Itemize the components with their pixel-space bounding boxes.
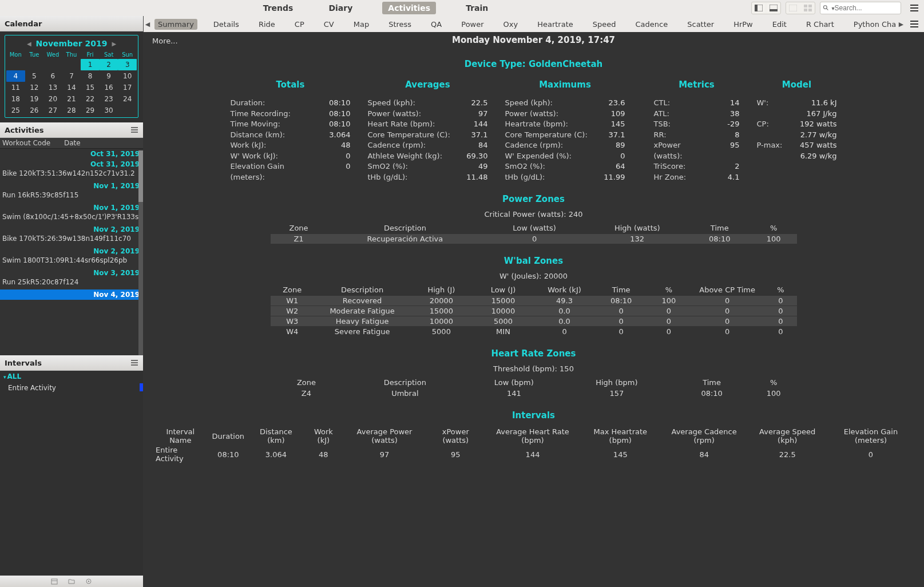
calendar-day[interactable]: 21	[62, 93, 81, 105]
activity-date[interactable]: Oct 31, 2019	[0, 159, 143, 169]
activity-desc[interactable]: Bike 120kT3:51:36w142n152c71v31.2	[0, 169, 143, 181]
search-input[interactable]	[835, 4, 901, 12]
calendar-day[interactable]: 11	[6, 82, 25, 93]
main-tab-diary[interactable]: Diary	[323, 2, 358, 14]
interval-item[interactable]: Entire Activity	[0, 382, 143, 394]
chart-tab-hrpw[interactable]: HrPw	[730, 19, 756, 30]
chart-tab-heartrate[interactable]: Heartrate	[534, 19, 577, 30]
chart-tab-details[interactable]: Details	[210, 19, 243, 30]
stat-row: Speed (kph):23.6	[505, 98, 625, 109]
table-cell: 5000	[472, 316, 534, 326]
calendar-day[interactable]: 27	[43, 105, 62, 116]
activity-date[interactable]: Nov 1, 2019	[0, 203, 143, 213]
charttabs-scroll-left[interactable]: ◀	[143, 21, 152, 28]
svg-rect-23	[51, 579, 57, 584]
calendar-day[interactable]: 16	[100, 82, 118, 93]
calendar-day[interactable]: 4	[6, 70, 25, 82]
main-tab-trends[interactable]: Trends	[257, 2, 299, 14]
calendar-day[interactable]: 17	[118, 82, 137, 93]
activity-date[interactable]: Nov 2, 2019	[0, 224, 143, 235]
calendar-icon[interactable]	[51, 578, 58, 585]
activities-head-date[interactable]: Date	[64, 139, 81, 147]
activities-scroll-thumb[interactable]	[138, 150, 143, 202]
calendar-day[interactable]: 24	[118, 93, 137, 105]
activities-menu-icon[interactable]	[130, 126, 138, 134]
calendar-day[interactable]: 1	[81, 59, 100, 70]
calendar-day[interactable]: 14	[62, 82, 81, 93]
calendar-day[interactable]: 5	[25, 70, 44, 82]
table-header: Average Cadence (rpm)	[660, 426, 748, 446]
calendar-day[interactable]: 28	[62, 105, 81, 116]
calendar-day[interactable]: 12	[25, 82, 44, 93]
calendar-day[interactable]: 29	[81, 105, 100, 116]
stat-row: TriScore:2	[654, 161, 740, 172]
calendar-day[interactable]: 7	[62, 70, 81, 82]
chart-tab-stress[interactable]: Stress	[385, 19, 415, 30]
bottombar-toggle-button[interactable]	[767, 3, 780, 13]
chart-tab-edit[interactable]: Edit	[769, 19, 790, 30]
activity-desc[interactable]: Swim 1800T31:09R1:44sr66spl26pb	[0, 256, 143, 268]
activity-desc[interactable]: Bike 170kT5:26:39w138n149f111c70	[0, 235, 143, 246]
tabbed-view-button[interactable]	[802, 3, 814, 13]
chart-tab-map[interactable]: Map	[350, 19, 372, 30]
chart-tab-cp[interactable]: CP	[291, 19, 308, 30]
stat-label: Hr Zone:	[654, 172, 687, 183]
chart-tab-ride[interactable]: Ride	[255, 19, 279, 30]
calendar-day[interactable]: 8	[81, 70, 100, 82]
chart-tab-cv[interactable]: CV	[320, 19, 338, 30]
chart-tab-r-chart[interactable]: R Chart	[803, 19, 838, 30]
app-menu-icon[interactable]	[909, 3, 919, 13]
calendar-day[interactable]: 13	[43, 82, 62, 93]
activity-date[interactable]: Nov 1, 2019	[0, 181, 143, 191]
chart-tab-speed[interactable]: Speed	[589, 19, 620, 30]
calendar-day[interactable]: 15	[81, 82, 100, 93]
chart-tab-summary[interactable]: Summary	[154, 19, 197, 30]
activity-desc[interactable]: Swim (8x100c/1:45+8x50c/1')P3'R133sr67sp…	[0, 213, 143, 224]
calendar-next-icon[interactable]: ▶	[112, 41, 116, 47]
stat-label: SmO2 (%):	[505, 161, 545, 172]
calendar-day[interactable]: 30	[100, 105, 118, 116]
chart-tab-python-chart[interactable]: Python Chart	[850, 19, 897, 30]
table-header: Zone	[271, 223, 327, 233]
chart-tab-qa[interactable]: QA	[427, 19, 445, 30]
intervals-all-item[interactable]: ▾ALL	[0, 371, 143, 382]
calendar-day[interactable]: 6	[43, 70, 62, 82]
charttabs-scroll-right[interactable]: ▶	[897, 21, 906, 28]
activity-date[interactable]: Oct 31, 2019	[0, 149, 143, 159]
activity-desc[interactable]: Run 25kR5:20c87f124	[0, 278, 143, 289]
activity-date[interactable]: Nov 4, 2019	[0, 289, 143, 300]
main-tab-train[interactable]: Train	[460, 2, 494, 14]
tiled-view-button[interactable]	[787, 3, 799, 13]
intervals-menu-icon[interactable]	[130, 359, 138, 367]
calendar-day[interactable]: 18	[6, 93, 25, 105]
activity-desc[interactable]: Run 16kR5:39c85f115	[0, 191, 143, 203]
stat-row: Heart Rate (bpm):144	[368, 119, 488, 130]
table-cell: 100	[751, 388, 797, 398]
search-box[interactable]: ▾	[820, 2, 901, 14]
calendar-day[interactable]: 23	[100, 93, 118, 105]
calendar-day[interactable]: 22	[81, 93, 100, 105]
chart-tab-scatter[interactable]: Scatter	[684, 19, 717, 30]
calendar-day[interactable]: 2	[100, 59, 118, 70]
calendar-day[interactable]: 10	[118, 70, 137, 82]
stat-value: 167 J/kg	[807, 109, 837, 120]
tree-collapse-icon[interactable]: ▾	[3, 374, 6, 380]
activities-head-code[interactable]: Workout Code	[2, 139, 62, 147]
calendar-day[interactable]: 9	[100, 70, 118, 82]
calendar-day[interactable]: 3	[118, 59, 137, 70]
calendar-prev-icon[interactable]: ◀	[27, 41, 31, 47]
calendar-day[interactable]: 25	[6, 105, 25, 116]
main-tab-activities[interactable]: Activities	[382, 2, 436, 14]
calendar-day[interactable]: 20	[43, 93, 62, 105]
sidebar-toggle-button[interactable]	[752, 3, 765, 13]
activity-date[interactable]: Nov 3, 2019	[0, 268, 143, 278]
folder-icon[interactable]	[68, 578, 75, 585]
calendar-day[interactable]: 19	[25, 93, 44, 105]
chart-tab-oxy[interactable]: Oxy	[500, 19, 522, 30]
chart-tab-power[interactable]: Power	[458, 19, 487, 30]
chart-tab-cadence[interactable]: Cadence	[632, 19, 672, 30]
calendar-day[interactable]: 26	[25, 105, 44, 116]
activity-date[interactable]: Nov 2, 2019	[0, 246, 143, 256]
gear-icon[interactable]	[85, 578, 92, 585]
chart-menu-icon[interactable]	[909, 19, 919, 29]
